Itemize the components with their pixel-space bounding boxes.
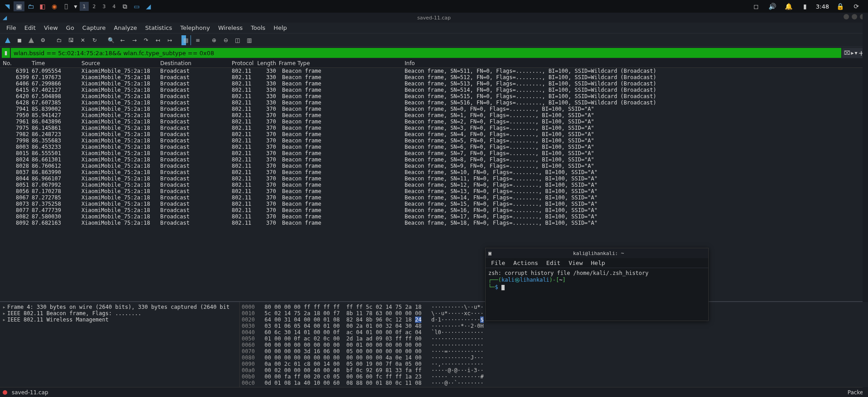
maximize-button[interactable] — [852, 14, 857, 19]
menu-help[interactable]: Help — [270, 24, 291, 32]
save-file-icon[interactable]: 🖫 — [66, 35, 76, 45]
workspace-3[interactable]: 3 — [100, 2, 109, 11]
display-filter-input[interactable] — [11, 48, 841, 58]
power-icon[interactable]: ⟳ — [851, 1, 862, 11]
app-text-icon[interactable]: ◧ — [37, 1, 48, 11]
next-icon[interactable]: → — [129, 35, 139, 45]
hex-line[interactable]: 0090 0a 00 2c 01 c8 00 14 00 05 00 19 00… — [242, 361, 866, 367]
packet-row[interactable]: 799886.355683XiaomiMobile_75:2a:18Broadc… — [0, 137, 868, 144]
hex-line[interactable]: 0040 60 6c 30 14 01 00 00 0f ac 04 01 00… — [242, 329, 866, 336]
zoom-in-icon[interactable]: ⊕ — [209, 35, 219, 45]
terminal-window[interactable]: ▣ kali@lihankali: ~ FileActionsEditViewH… — [485, 248, 709, 321]
app-files2-icon[interactable]: ▭ — [131, 1, 142, 11]
packet-rows[interactable]: 639167.095554XiaomiMobile_75:2a:18Broadc… — [0, 68, 868, 301]
open-file-icon[interactable]: 🗀 — [54, 35, 64, 45]
packet-row[interactable]: 639167.095554XiaomiMobile_75:2a:18Broadc… — [0, 68, 868, 74]
app-screenshot-icon[interactable]: ⧉ — [119, 1, 130, 11]
resize-cols-icon[interactable]: ▥ — [244, 35, 254, 45]
tree-item[interactable]: ▸Frame 4: 330 bytes on wire (2640 bits),… — [1, 304, 238, 310]
packet-row[interactable]: 802886.760612XiaomiMobile_75:2a:18Broadc… — [0, 163, 868, 169]
recording-icon[interactable]: ◻ — [751, 1, 762, 11]
hex-line[interactable]: 0060 00 00 00 00 00 00 00 00 00 01 00 00… — [242, 342, 866, 348]
capture-options-icon[interactable]: ⚙ — [38, 35, 48, 45]
clock-label[interactable]: 3:48 — [816, 3, 829, 10]
terminal-titlebar[interactable]: ▣ kali@lihankali: ~ — [486, 248, 708, 258]
packet-row[interactable]: 805187.067992XiaomiMobile_75:2a:18Broadc… — [0, 182, 868, 188]
first-icon[interactable]: ↤ — [153, 35, 163, 45]
term-menu-file[interactable]: File — [487, 259, 509, 267]
packet-row[interactable]: 802486.661301XiaomiMobile_75:2a:18Broadc… — [0, 156, 868, 163]
packet-row[interactable]: 808287.580030XiaomiMobile_75:2a:18Broadc… — [0, 213, 868, 220]
col-header-frametype[interactable]: Frame Type — [279, 60, 405, 66]
packet-row[interactable]: 805687.170278XiaomiMobile_75:2a:18Broadc… — [0, 188, 868, 194]
notifications-icon[interactable]: 🔔 — [783, 1, 794, 11]
filter-dropdown-icon[interactable]: ▾ — [855, 50, 858, 56]
hex-line[interactable]: 00a0 00 02 00 00 00 40 00 40 bf 0c 92 69… — [242, 367, 866, 373]
packet-row[interactable]: 803786.863990XiaomiMobile_75:2a:18Broadc… — [0, 169, 868, 175]
packet-row[interactable]: 641567.402127XiaomiMobile_75:2a:18Broadc… — [0, 87, 868, 93]
packet-row[interactable]: 798286.248723XiaomiMobile_75:2a:18Broadc… — [0, 131, 868, 137]
menu-statistics[interactable]: Statistics — [142, 24, 176, 32]
packet-row[interactable]: 807787.477739XiaomiMobile_75:2a:18Broadc… — [0, 207, 868, 213]
workspace-4[interactable]: 4 — [110, 2, 119, 11]
hex-line[interactable]: 0080 00 00 00 00 00 00 00 00 00 00 00 00… — [242, 354, 866, 361]
col-header-protocol[interactable]: Protocol — [232, 60, 257, 66]
col-header-length[interactable]: Length — [257, 60, 279, 66]
packet-details-pane[interactable]: ▸Frame 4: 330 bytes on wire (2640 bits),… — [0, 302, 240, 387]
menu-wireless[interactable]: Wireless — [215, 24, 246, 32]
tree-item[interactable]: ▸IEEE 802.11 Beacon frame, Flags: ......… — [1, 310, 238, 317]
chevron-down-icon[interactable]: ▾ — [72, 1, 79, 11]
packet-row[interactable]: 807387.375258XiaomiMobile_75:2a:18Broadc… — [0, 201, 868, 207]
zoom-out-icon[interactable]: ⊖ — [221, 35, 231, 45]
menu-capture[interactable]: Capture — [79, 24, 110, 32]
volume-icon[interactable]: 🔊 — [767, 1, 778, 11]
filter-bookmark-icon[interactable]: ▮ — [2, 48, 10, 58]
packet-row[interactable]: 795085.941427XiaomiMobile_75:2a:18Broadc… — [0, 112, 868, 118]
battery-icon[interactable]: ▮ — [800, 1, 811, 11]
menu-go[interactable]: Go — [62, 24, 78, 32]
hex-line[interactable]: 00b0 00 00 fa ff 00 20 c0 05 00 06 00 fc… — [242, 373, 866, 380]
prev-icon[interactable]: ← — [118, 35, 128, 45]
stop-capture-icon[interactable]: ◼ — [14, 35, 24, 45]
expert-info-icon[interactable] — [3, 390, 7, 395]
col-header-info[interactable]: Info — [405, 60, 868, 66]
tree-item[interactable]: ▸IEEE 802.11 Wireless Management — [1, 317, 238, 323]
term-menu-help[interactable]: Help — [587, 259, 609, 267]
lock-icon[interactable]: 🔒 — [835, 1, 845, 11]
colorize-icon[interactable]: ▤ — [181, 35, 191, 45]
workspace-1[interactable]: 1 — [80, 2, 89, 11]
app-files-icon[interactable]: 🗀 — [25, 1, 36, 11]
packet-row[interactable]: 806787.272785XiaomiMobile_75:2a:18Broadc… — [0, 194, 868, 201]
packet-row[interactable]: 800386.453233XiaomiMobile_75:2a:18Broadc… — [0, 144, 868, 150]
reload-icon[interactable]: ↻ — [90, 35, 100, 45]
terminal-body[interactable]: zsh: corrupt history file /home/kali/.zs… — [486, 268, 708, 321]
hex-line[interactable]: 0050 01 00 00 0f ac 02 0c 00 2d 1a ad 09… — [242, 336, 866, 342]
packet-row[interactable]: 809287.682163XiaomiMobile 75:2a:18Broadc… — [0, 220, 868, 226]
menu-view[interactable]: View — [40, 24, 62, 32]
col-header-time[interactable]: Time — [32, 60, 81, 66]
menu-analyze[interactable]: Analyze — [110, 24, 141, 32]
col-header-source[interactable]: Source — [81, 60, 160, 66]
packet-row[interactable]: 796186.043896XiaomiMobile_75:2a:18Broadc… — [0, 118, 868, 125]
hex-line[interactable]: 0030 03 01 06 05 04 00 01 00 00 2a 01 00… — [242, 323, 866, 329]
window-titlebar[interactable]: ◢ saved-11.cap — [0, 13, 868, 23]
menu-file[interactable]: File — [3, 24, 20, 32]
app-wireshark-icon[interactable]: ◢ — [143, 1, 154, 11]
last-icon[interactable]: ↦ — [165, 35, 175, 45]
packet-row[interactable]: 639967.197673XiaomiMobile_75:2a:18Broadc… — [0, 74, 868, 80]
kali-logo-icon[interactable]: ◥ — [2, 1, 13, 11]
jump-icon[interactable]: ↷ — [141, 35, 151, 45]
zoom-reset-icon[interactable]: ◫ — [233, 35, 243, 45]
close-file-icon[interactable]: ✕ — [78, 35, 88, 45]
start-capture-icon[interactable] — [3, 35, 13, 45]
packet-row[interactable]: 801586.555501XiaomiMobile_75:2a:18Broadc… — [0, 150, 868, 156]
app-shell-icon[interactable]: ⌷ — [61, 1, 72, 11]
packet-list-header[interactable]: No. Time Source Destination Protocol Len… — [0, 59, 868, 68]
menu-telephony[interactable]: Telephony — [176, 24, 214, 32]
packet-row[interactable]: 642067.504898XiaomiMobile_75:2a:18Broadc… — [0, 93, 868, 99]
scrollbar[interactable] — [863, 68, 868, 301]
hex-line[interactable]: 00c0 0d 01 08 1a 40 10 00 60 08 88 00 01… — [242, 380, 866, 386]
packet-row[interactable]: 797586.145861XiaomiMobile_75:2a:18Broadc… — [0, 125, 868, 131]
packet-row[interactable]: 640667.299866XiaomiMobile_75:2a:18Broadc… — [0, 80, 868, 87]
menu-tools[interactable]: Tools — [247, 24, 269, 32]
